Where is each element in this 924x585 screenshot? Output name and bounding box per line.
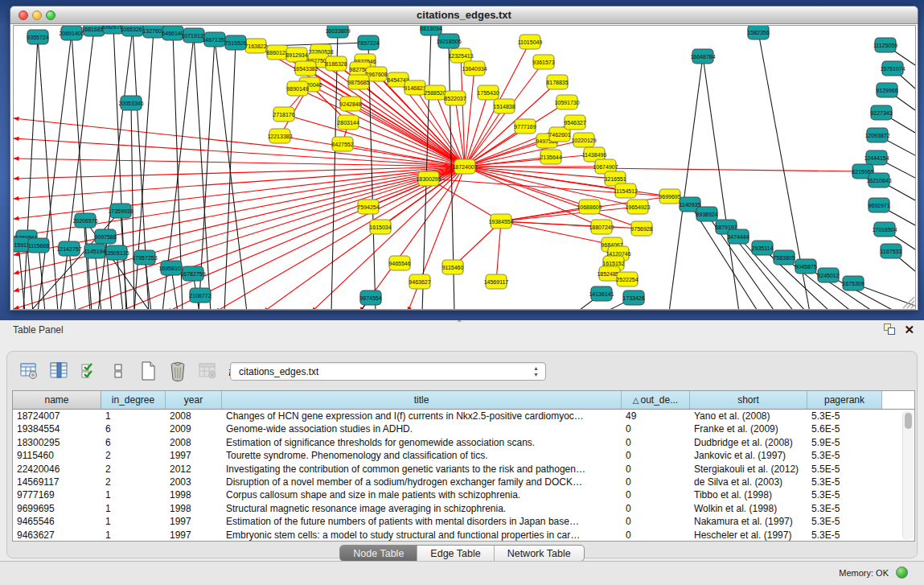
graph-node[interactable]: 1514838 (493, 99, 515, 113)
table-row[interactable]: 2242004622012Investigating the contribut… (13, 463, 914, 476)
graph-node[interactable]: 8912934 (285, 47, 307, 62)
graph-node[interactable]: 2522254 (616, 272, 638, 286)
graph-node[interactable]: 1145194 (84, 244, 106, 258)
close-icon[interactable]: ✕ (904, 324, 914, 336)
panel-resize-grip[interactable]: ⌃ (456, 319, 462, 328)
column-header-in_degree[interactable]: in_degree (101, 391, 166, 409)
graph-node[interactable]: 11154512 (614, 183, 638, 198)
graph-node[interactable]: 18300295 (416, 171, 441, 186)
table-row[interactable]: 1938455462009Genome-wide association stu… (13, 422, 914, 435)
graph-node[interactable]: 10653267 (120, 26, 145, 36)
network-canvas[interactable]: 1872400771638228860128891293422260538982… (13, 25, 916, 310)
graph-node[interactable]: 17359938 (108, 204, 133, 218)
column-chooser-icon[interactable] (48, 360, 69, 381)
graph-node[interactable]: 8938924 (696, 207, 717, 221)
graph-node[interactable]: 20691406 (59, 26, 84, 40)
scrollbar-thumb[interactable] (905, 413, 912, 429)
graph-node[interactable]: 7583805 (773, 250, 795, 265)
tab-edge-table[interactable]: Edge Table (417, 546, 494, 561)
graph-node[interactable]: 2588520 (424, 85, 446, 100)
graph-node[interactable]: 10220129 (571, 133, 596, 147)
rows-icon[interactable] (108, 360, 129, 381)
graph-node[interactable]: 8522037 (444, 91, 466, 105)
graph-node[interactable]: 8813034 (420, 26, 441, 35)
table-row[interactable]: 946554611997Estimation of the future num… (13, 515, 914, 528)
graph-node[interactable]: 9546327 (564, 115, 585, 130)
graph-node[interactable]: 19384554 (488, 214, 513, 229)
graph-node[interactable]: 12325413 (448, 48, 473, 63)
graph-node[interactable]: 9756928 (630, 221, 652, 236)
graph-node[interactable]: 9355724 (27, 30, 48, 44)
column-header-short[interactable]: short (690, 391, 807, 409)
graph-node[interactable]: 16648784 (690, 49, 715, 64)
graph-node[interactable]: 9699695 (659, 189, 680, 204)
graph-node[interactable]: 19218506 (436, 34, 461, 48)
graph-node[interactable]: 9875685 (347, 75, 369, 89)
graph-node[interactable]: 1115688 (28, 238, 49, 253)
network-window-titlebar[interactable]: citations_edges.txt (10, 6, 918, 24)
graph-node[interactable]: 9242848 (339, 97, 361, 111)
graph-node[interactable]: 9692971 (868, 198, 889, 212)
graph-node[interactable]: 1615034 (369, 220, 391, 234)
graph-node[interactable]: 8186328 (325, 56, 347, 71)
graph-node[interactable]: 2718176 (273, 107, 294, 122)
new-document-icon[interactable] (138, 360, 158, 381)
table-row[interactable]: 1872400712008Changes of HCN gene express… (13, 410, 914, 422)
network-graph[interactable]: 1872400771638228860128891293422260538982… (14, 26, 915, 309)
graph-node[interactable]: 9245012 (817, 268, 839, 282)
graph-node[interactable]: 1755430 (477, 85, 499, 100)
graph-node[interactable]: 7163822 (244, 39, 266, 53)
graph-node[interactable]: 9463627 (409, 274, 430, 289)
graph-node[interactable]: 9890149 (286, 81, 308, 96)
graph-node[interactable]: 7515526 (224, 35, 246, 50)
graph-node[interactable]: 2106772 (189, 288, 211, 303)
graph-node[interactable]: 13505135 (104, 245, 129, 260)
graph-node[interactable]: 9361573 (532, 55, 554, 69)
graph-node[interactable]: 1582356 (747, 26, 769, 39)
graph-node[interactable]: 8427552 (331, 137, 353, 151)
graph-node[interactable]: 17957253 (132, 250, 157, 265)
graph-node[interactable]: 9874554 (359, 290, 381, 305)
graph-node[interactable]: 1733426 (622, 290, 644, 305)
graph-node[interactable]: 11015049 (518, 35, 543, 49)
graph-node[interactable]: 1167533 (881, 244, 902, 258)
graph-node[interactable]: 12142757 (56, 241, 81, 256)
table-row[interactable]: 977716911998Corpus callosum shape and si… (13, 488, 914, 501)
graph-node[interactable]: 2935114 (752, 241, 774, 255)
graph-node[interactable]: 12444154 (864, 150, 889, 165)
memory-status-indicator[interactable] (896, 566, 908, 579)
vertical-scrollbar[interactable] (902, 410, 914, 540)
graph-node[interactable]: 14136141 (589, 286, 614, 301)
graph-node[interactable]: 16033809 (325, 26, 350, 38)
graph-node[interactable]: 2803144 (337, 115, 359, 130)
tab-network-table[interactable]: Network Table (495, 546, 584, 561)
table-row[interactable]: 911546021997Tourette syndrome. Phenomeno… (13, 449, 914, 462)
table-selector-dropdown[interactable]: citations_edges.txt ▲▼ (230, 362, 546, 381)
graph-node[interactable]: 12213383 (267, 129, 292, 143)
graph-node[interactable]: 14569117 (484, 274, 509, 289)
graph-node[interactable]: 9129966 (876, 83, 897, 97)
table-row[interactable]: 1456911722003Disruption of a novel membe… (13, 476, 914, 488)
graph-node[interactable]: 10688609 (577, 200, 602, 214)
column-header-out_de[interactable]: △out_de... (622, 391, 690, 409)
graph-node[interactable]: 18807249 (589, 220, 614, 234)
graph-node[interactable]: 19654923 (625, 200, 650, 214)
graph-node[interactable]: 13640934 (462, 61, 487, 76)
graph-node[interactable]: 9115460 (442, 260, 464, 274)
graph-node[interactable]: 20053346 (118, 96, 143, 110)
graph-node[interactable]: 10591730 (554, 95, 579, 109)
column-header-year[interactable]: year (166, 391, 222, 409)
graph-node[interactable]: 9465546 (388, 256, 410, 270)
graph-node[interactable]: 17016504 (872, 222, 897, 237)
graph-node[interactable]: 12093872 (864, 128, 889, 142)
graph-node[interactable]: 2135644 (540, 150, 561, 164)
table-row[interactable]: 946362711997Embryonic stem cells: a mode… (13, 529, 914, 542)
graph-node[interactable]: 14671358 (202, 32, 227, 47)
canvas-resize-grip[interactable] (903, 297, 914, 308)
graph-node[interactable]: 11125059 (873, 38, 897, 52)
graph-node[interactable]: 1675309 (842, 276, 864, 290)
column-checklist-icon[interactable] (78, 360, 99, 381)
graph-node[interactable]: 3915911 (14, 237, 29, 252)
graph-node[interactable]: 9227343 (870, 105, 892, 120)
graph-node[interactable]: 8178835 (546, 75, 568, 89)
